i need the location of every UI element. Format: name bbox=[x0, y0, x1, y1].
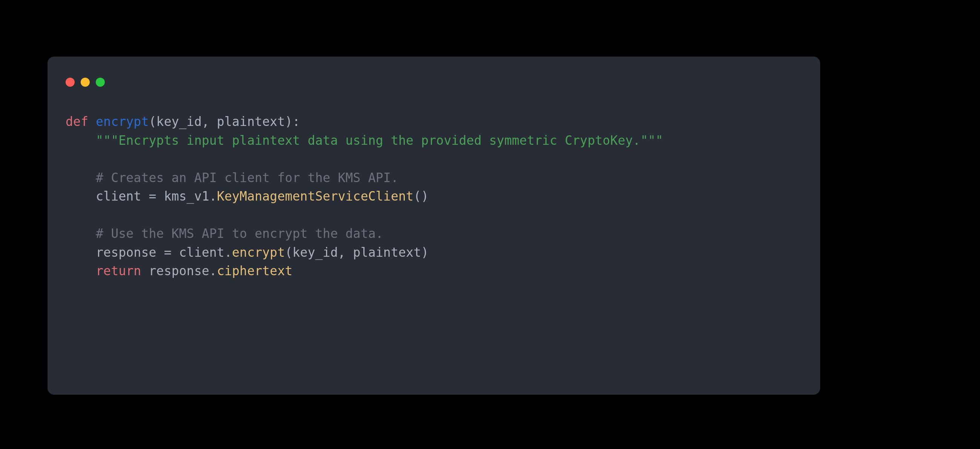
code-block: def encrypt(key_id, plaintext): """Encry… bbox=[65, 112, 802, 280]
comment: # Creates an API client for the KMS API. bbox=[96, 170, 398, 185]
attribute: ciphertext bbox=[217, 264, 293, 278]
minimize-icon[interactable] bbox=[81, 78, 90, 87]
code-window: def encrypt(key_id, plaintext): """Encry… bbox=[48, 57, 820, 395]
assignment: response = client. bbox=[96, 245, 232, 260]
indent bbox=[65, 245, 96, 260]
indent bbox=[65, 133, 96, 148]
zoom-icon[interactable] bbox=[96, 78, 105, 87]
docstring: """Encrypts input plaintext data using t… bbox=[96, 133, 663, 148]
close-icon[interactable] bbox=[65, 78, 75, 87]
assignment: client = kms_v1. bbox=[96, 189, 217, 204]
indent bbox=[65, 170, 96, 185]
indent bbox=[65, 189, 96, 204]
window-titlebar bbox=[65, 75, 802, 90]
indent bbox=[65, 264, 96, 278]
function-name: encrypt bbox=[96, 114, 148, 129]
space bbox=[142, 264, 149, 278]
call-tail: (key_id, plaintext) bbox=[285, 245, 429, 260]
object: response. bbox=[149, 264, 217, 278]
indent bbox=[65, 226, 96, 241]
signature: (key_id, plaintext): bbox=[149, 114, 300, 129]
class-call: KeyManagementServiceClient bbox=[217, 189, 414, 204]
space bbox=[88, 114, 96, 129]
method-call: encrypt bbox=[232, 245, 285, 260]
comment: # Use the KMS API to encrypt the data. bbox=[96, 226, 383, 241]
call-tail: () bbox=[414, 189, 429, 204]
keyword-return: return bbox=[96, 264, 141, 278]
keyword-def: def bbox=[65, 114, 88, 129]
stage: def encrypt(key_id, plaintext): """Encry… bbox=[0, 0, 980, 449]
